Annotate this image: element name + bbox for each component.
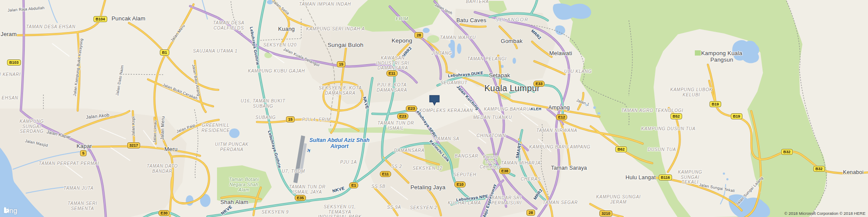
map-pin[interactable] (429, 95, 440, 106)
bing-icon (3, 207, 10, 214)
map-tiles (0, 0, 868, 217)
map-canvas[interactable]: Jalan Raja AbdullahTAMAN DESA EHSANPunca… (0, 0, 868, 217)
urban-areas (0, 9, 564, 217)
copyright: © 2018 Microsoft Corporation © 2018 HERE (784, 211, 865, 216)
bing-logo[interactable]: bing (3, 207, 17, 215)
airport-runway (293, 135, 307, 183)
